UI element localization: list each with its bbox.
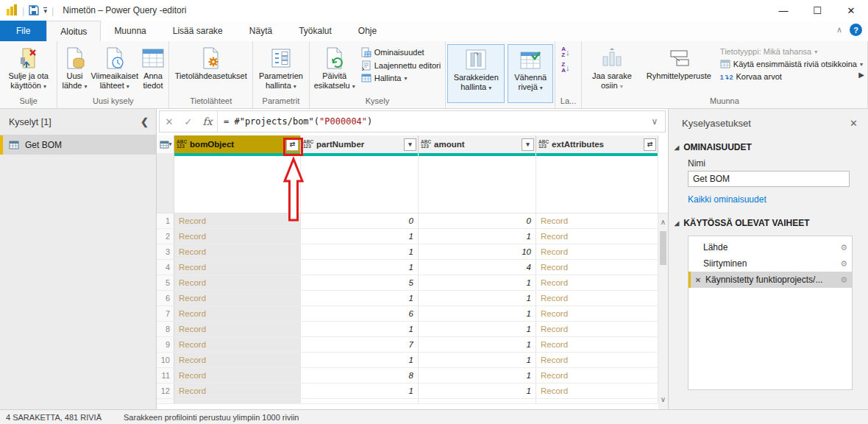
close-and-apply-button[interactable]: Sulje ja ota käyttöön ▾ [5, 43, 51, 92]
record-link-cell[interactable]: Record [174, 275, 301, 291]
tab-nayta[interactable]: Näytä [236, 21, 285, 41]
column-header-extAttributes[interactable]: ABC123extAttributes⇄ [536, 135, 658, 153]
record-link-cell[interactable]: Record [174, 368, 301, 384]
sort-descending-button[interactable]: ZA ↓ [561, 62, 569, 74]
record-link-cell[interactable]: Record [174, 291, 301, 306]
tab-file[interactable]: File [0, 21, 46, 41]
column-filter-icon[interactable]: ▾ [522, 138, 534, 151]
split-column-button[interactable]: Jaa sarake osiin ▾ [583, 43, 641, 92]
all-properties-link[interactable]: Kaikki ominaisuudet [688, 194, 868, 205]
value-cell: 1 [301, 322, 419, 337]
query-item-label: Get BOM [25, 140, 62, 150]
vertical-scrollbar[interactable]: ∧ ∨ [658, 213, 668, 409]
record-link-cell[interactable]: Record [174, 337, 301, 353]
column-header-bomObject[interactable]: ABC123bomObject⇄ [174, 135, 301, 153]
tab-aloitus[interactable]: Aloitus [46, 21, 101, 41]
record-link-cell[interactable]: Record [174, 260, 301, 275]
record-link-cell[interactable]: Record [536, 229, 658, 244]
record-link-cell[interactable]: Record [174, 384, 301, 399]
tab-tyokalut[interactable]: Työkalut [285, 21, 345, 41]
record-link-cell[interactable]: Record [536, 260, 658, 275]
step-settings-gear-icon[interactable]: ⚙ [840, 259, 847, 269]
replace-values-button[interactable]: 1↴2 Korvaa arvot [720, 72, 863, 81]
table-select-all-button[interactable]: ▾ [157, 135, 174, 153]
data-type-button[interactable]: Tietotyyppi: Mikä tahansa ▾ [720, 47, 863, 56]
record-link-cell[interactable]: Record [536, 291, 658, 306]
formula-cancel-icon[interactable]: ✕ [160, 116, 179, 127]
query-item-get-bom[interactable]: Get BOM [0, 135, 156, 155]
scroll-down-icon[interactable]: ∨ [658, 395, 668, 403]
table-row: 8Record11Record [157, 322, 668, 337]
record-link-cell[interactable]: Record [536, 244, 658, 260]
minimize-button[interactable]: — [766, 0, 800, 21]
manage-parameters-button[interactable]: Parametrien hallinta ▾ [256, 43, 306, 92]
record-link-cell[interactable]: Record [536, 306, 658, 322]
collapse-ribbon-icon[interactable]: ∧ [836, 25, 842, 35]
save-icon[interactable] [29, 5, 39, 15]
use-first-row-as-headers-button[interactable]: Käytä ensimmäistä riviä otsikkoina ▾ [720, 60, 863, 68]
value-cell: 1 [419, 368, 536, 384]
enter-data-button[interactable]: Anna tiedot [139, 43, 168, 92]
applied-step-item[interactable]: ✕Siirtyminen⚙ [689, 255, 852, 272]
column-name: amount [434, 140, 522, 149]
column-filter-icon[interactable]: ▾ [404, 138, 416, 151]
group-label-parameters: Parametrit [253, 96, 309, 108]
collapse-section-icon[interactable]: ◢ [675, 220, 679, 227]
properties-button[interactable]: Ominaisuudet [361, 47, 441, 57]
tab-ohje[interactable]: Ohje [345, 21, 390, 41]
record-link-cell[interactable]: Record [536, 213, 658, 229]
split-column-icon [601, 45, 623, 71]
reduce-rows-button[interactable]: Vähennä rivejä ▾ [508, 44, 553, 103]
formula-input[interactable]: = #"projects/bom"("P000004") [217, 111, 644, 132]
record-link-cell[interactable]: Record [536, 368, 658, 384]
data-source-settings-button[interactable]: Tietolähdeasetukset [172, 43, 250, 82]
applied-step-item[interactable]: ✕Käynnistetty funktioprojects/...⚙ [689, 272, 852, 288]
close-button[interactable]: ✕ [834, 0, 868, 21]
record-link-cell[interactable]: Record [536, 337, 658, 353]
collapse-queries-pane-icon[interactable]: ❮ [140, 116, 149, 127]
group-by-button[interactable]: Ryhmittelyperuste [641, 43, 717, 82]
scrollbar-thumb[interactable] [660, 231, 666, 265]
record-link-cell[interactable]: Record [174, 306, 301, 322]
record-link-cell[interactable]: Record [174, 353, 301, 368]
manage-button[interactable]: Hallinta ▾ [361, 74, 441, 82]
step-settings-gear-icon[interactable]: ⚙ [840, 275, 847, 285]
recent-sources-button[interactable]: Viimeaikaiset lähteet ▾ [90, 43, 139, 92]
column-expand-icon[interactable]: ⇄ [644, 138, 656, 151]
tab-muunna[interactable]: Muunna [101, 21, 159, 41]
query-name-input[interactable]: Get BOM [688, 171, 850, 187]
column-header-partNumber[interactable]: ABC123partNumber▾ [301, 135, 419, 153]
record-link-cell[interactable]: Record [536, 275, 658, 291]
record-link-cell[interactable]: Record [536, 353, 658, 368]
step-settings-gear-icon[interactable]: ⚙ [840, 243, 847, 252]
value-cell: 1 [419, 353, 536, 368]
record-link-cell[interactable]: Record [174, 244, 301, 260]
column-header-amount[interactable]: ABC123amount▾ [419, 135, 536, 153]
record-link-cell[interactable]: Record [174, 322, 301, 337]
column-name: extAttributes [552, 140, 644, 149]
refresh-preview-button[interactable]: Päivitä esikatselu ▾ [311, 43, 358, 92]
applied-step-item[interactable]: ✕Lähde⚙ [689, 239, 852, 255]
value-cell: 6 [301, 306, 419, 322]
record-link-cell[interactable]: Record [174, 229, 301, 244]
scroll-up-icon[interactable]: ∧ [658, 218, 668, 226]
help-icon[interactable]: ? [850, 24, 862, 36]
ribbon-more-icon[interactable]: ▶ [858, 71, 864, 79]
table-row: 9Record71Record [157, 337, 668, 353]
formula-check-icon[interactable]: ✓ [179, 116, 198, 127]
maximize-button[interactable]: ☐ [800, 0, 834, 21]
tab-lisaa-sarake[interactable]: Lisää sarake [160, 21, 236, 41]
quick-access-toolbar-dropdown-icon[interactable]: ▾ [43, 7, 47, 14]
manage-columns-button[interactable]: Sarakkeiden hallinta ▾ [447, 44, 505, 103]
query-settings-title: Kyselyasetukset [682, 118, 751, 129]
ribbon-tab-strip: File Aloitus Muunna Lisää sarake Näytä T… [0, 21, 868, 41]
close-pane-icon[interactable]: ✕ [850, 118, 858, 129]
new-source-button[interactable]: Uusi lähde ▾ [59, 43, 90, 92]
delete-step-icon[interactable]: ✕ [691, 276, 705, 284]
sort-ascending-button[interactable]: AZ ↓ [561, 46, 569, 58]
record-link-cell[interactable]: Record [536, 384, 658, 399]
record-link-cell[interactable]: Record [536, 322, 658, 337]
collapse-section-icon[interactable]: ◢ [675, 144, 679, 151]
advanced-editor-button[interactable]: Laajennettu editori [361, 60, 441, 71]
formula-expand-icon[interactable]: ∨ [644, 116, 665, 127]
